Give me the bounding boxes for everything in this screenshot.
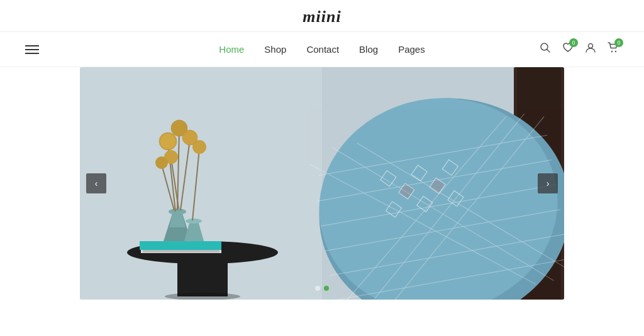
svg-point-44 (160, 134, 175, 149)
account-button[interactable] (585, 42, 596, 57)
cart-badge: 0 (614, 38, 623, 47)
nav-item-contact[interactable]: Contact (306, 44, 339, 55)
nav-link-blog[interactable]: Blog (359, 44, 378, 55)
slider-prev-button[interactable]: ‹ (86, 173, 106, 193)
nav-link-shop[interactable]: Shop (264, 44, 286, 55)
svg-rect-33 (177, 252, 228, 296)
main-nav: Home Shop Contact Blog Pages 0 (0, 32, 644, 67)
svg-point-48 (155, 156, 168, 169)
nav-link-pages[interactable]: Pages (398, 44, 425, 55)
svg-rect-53 (140, 241, 221, 250)
hamburger-line-3 (25, 53, 39, 54)
hamburger-menu-button[interactable] (25, 45, 39, 54)
wishlist-badge: 0 (569, 38, 578, 47)
nav-item-pages[interactable]: Pages (398, 44, 425, 55)
user-icon (585, 42, 596, 53)
svg-point-4 (615, 51, 616, 52)
chevron-left-icon: ‹ (95, 178, 98, 188)
wishlist-button[interactable]: 0 (562, 42, 574, 57)
svg-point-36 (186, 219, 202, 224)
top-bar: miini (0, 0, 644, 32)
slider-next-button[interactable]: › (538, 173, 558, 193)
hamburger-line-1 (25, 45, 39, 46)
svg-point-3 (611, 51, 613, 52)
svg-line-1 (547, 50, 550, 53)
slider-dots (315, 286, 329, 291)
chevron-right-icon: › (547, 178, 550, 188)
svg-rect-55 (143, 250, 219, 252)
nav-link-home[interactable]: Home (219, 44, 244, 55)
slider-dot-2[interactable] (324, 286, 329, 291)
nav-right-icons: 0 0 (540, 42, 619, 57)
nav-link-contact[interactable]: Contact (306, 44, 339, 55)
svg-point-2 (589, 44, 593, 48)
search-icon (540, 42, 551, 53)
hero-slider: ‹ › (80, 67, 564, 300)
site-logo[interactable]: miini (303, 8, 341, 26)
nav-links: Home Shop Contact Blog Pages (219, 44, 425, 55)
cart-button[interactable]: 0 (608, 42, 619, 57)
hamburger-line-2 (25, 49, 39, 50)
nav-item-shop[interactable]: Shop (264, 44, 286, 55)
nav-left (25, 45, 39, 54)
hero-image (80, 67, 564, 300)
svg-point-49 (192, 140, 206, 154)
search-button[interactable] (540, 42, 551, 57)
nav-item-blog[interactable]: Blog (359, 44, 378, 55)
nav-item-home[interactable]: Home (219, 44, 244, 55)
slider-dot-1[interactable] (315, 286, 320, 291)
